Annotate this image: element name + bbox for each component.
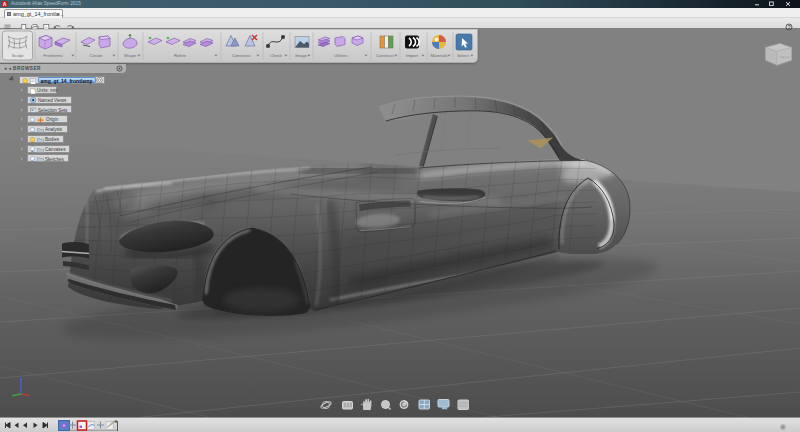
- svg-text:Connectiv: Connectiv: [232, 52, 252, 57]
- svg-text:Utilities: Utilities: [334, 52, 348, 57]
- svg-text:Select: Select: [457, 52, 469, 57]
- svg-text:Freeforms: Freeforms: [43, 52, 62, 57]
- svg-text:Sculpt: Sculpt: [12, 52, 24, 57]
- svg-text:Image: Image: [295, 52, 307, 57]
- svg-text:Import: Import: [406, 52, 419, 57]
- svg-text:Check: Check: [270, 52, 283, 57]
- svg-text:?: ?: [788, 24, 791, 29]
- svg-text:Create: Create: [90, 52, 103, 57]
- svg-text:Construct: Construct: [376, 52, 395, 57]
- svg-text:Refine: Refine: [174, 52, 187, 57]
- svg-text:Materials: Materials: [431, 52, 448, 57]
- svg-text:FRONT: FRONT: [780, 56, 790, 60]
- svg-text:Shape: Shape: [124, 52, 137, 57]
